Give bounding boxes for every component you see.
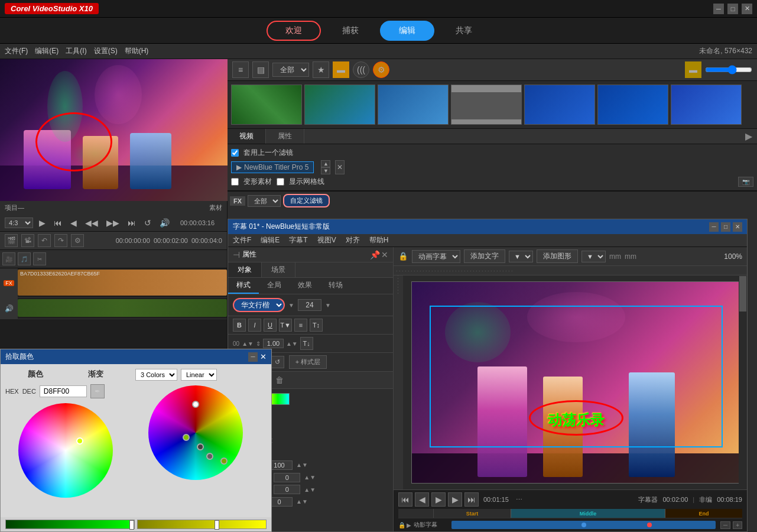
filter-delete-btn[interactable]: ✕ xyxy=(335,160,345,174)
tab-properties[interactable]: 属性 xyxy=(266,129,304,144)
snapshot-btn[interactable]: 📷 xyxy=(738,177,753,187)
titler-prop-unpin[interactable]: ⊣ xyxy=(233,250,240,259)
nav-tab-edit[interactable]: 编辑 xyxy=(380,21,434,41)
scroll-thumb[interactable] xyxy=(739,276,746,312)
tl-play-btn[interactable]: ▶ xyxy=(431,492,446,507)
menu-help[interactable]: 帮助(H) xyxy=(125,46,149,56)
newblue-filter-item[interactable]: ▶ NewBlue Titler Pro 5 xyxy=(231,161,314,173)
scene-icon[interactable]: 🎬 xyxy=(5,234,18,247)
effect-filter-btn[interactable]: ⚙ xyxy=(373,61,389,78)
titler-close[interactable]: ✕ xyxy=(733,222,742,232)
media-thumb-7[interactable] xyxy=(671,85,742,125)
prev-button[interactable]: ◀◀ xyxy=(83,217,100,229)
grad-wheel[interactable] xyxy=(148,385,243,480)
undo-btn[interactable]: ↶ xyxy=(38,234,51,247)
hex-input[interactable] xyxy=(40,385,87,397)
align-left-btn[interactable]: ≡ xyxy=(294,319,307,332)
maximize-button[interactable]: □ xyxy=(727,4,738,14)
titler-menu-edit[interactable]: 编辑E xyxy=(261,235,280,245)
media-thumb-6[interactable] xyxy=(597,85,668,125)
media-btn-1[interactable]: ≡ xyxy=(232,61,249,78)
volume-button[interactable]: 🔊 xyxy=(157,217,172,229)
underline-btn[interactable]: U xyxy=(264,319,277,332)
eyedropper-btn[interactable]: ✒ xyxy=(90,384,105,398)
play-button[interactable]: ▶ xyxy=(37,217,48,229)
titler-menu-help[interactable]: 帮助H xyxy=(369,235,389,245)
redo-btn[interactable]: ↷ xyxy=(54,234,67,247)
offset-x-input[interactable] xyxy=(274,473,300,482)
minimize-button[interactable]: ─ xyxy=(713,4,724,14)
tl-add-layer[interactable]: ─ xyxy=(720,521,730,529)
filter-select[interactable]: 全部 xyxy=(272,63,309,77)
italic-btn[interactable]: I xyxy=(248,319,261,332)
audio-filter-btn[interactable]: ((( xyxy=(353,61,369,78)
titler-prop-close[interactable]: ✕ xyxy=(381,250,388,259)
titler-canvas[interactable]: · · · · · · · · · · · xyxy=(394,275,747,489)
media-thumb-2[interactable] xyxy=(304,85,375,125)
animation-select[interactable]: 动画字幕 xyxy=(412,250,460,263)
style-tab-global[interactable]: 全局 xyxy=(259,278,290,294)
nav-tab-capture[interactable]: 捕获 xyxy=(323,21,378,41)
text-orient-btn[interactable]: T↓ xyxy=(300,337,313,350)
font-size-input[interactable] xyxy=(298,299,321,311)
star-btn[interactable]: ★ xyxy=(313,61,329,78)
style-tab-effects[interactable]: 效果 xyxy=(290,278,320,294)
align-T-btn[interactable]: T↕ xyxy=(310,319,323,332)
fx-dropdown[interactable]: 全部 xyxy=(248,195,281,207)
titler-menu-align[interactable]: 对齐 xyxy=(346,235,360,245)
cp-close-btn[interactable]: ✕ xyxy=(260,352,267,362)
loop-button[interactable]: ↺ xyxy=(142,217,154,229)
titler-menu-view[interactable]: 视图V xyxy=(317,235,336,245)
media-btn-2[interactable]: ▤ xyxy=(252,61,269,78)
colors-select[interactable]: 3 Colors xyxy=(135,369,177,381)
reset-btn[interactable]: ↺ xyxy=(271,356,284,368)
strip-handle-green[interactable] xyxy=(129,520,134,530)
prev-frame-button[interactable]: ◀ xyxy=(68,217,79,229)
menu-file[interactable]: 文件(F) xyxy=(5,46,28,56)
tl-prev-frame-btn[interactable]: ◀ xyxy=(415,492,429,507)
grid-checkbox[interactable] xyxy=(277,178,284,186)
tab-video[interactable]: 视频 xyxy=(228,129,266,144)
size-slider[interactable] xyxy=(705,65,752,74)
view-list-btn[interactable]: ▬ xyxy=(685,61,701,78)
filter-down-btn[interactable]: ▼ xyxy=(321,167,330,174)
titler-minimize[interactable]: ─ xyxy=(709,222,719,232)
nav-tab-share[interactable]: 共享 xyxy=(437,21,491,41)
video-filter-btn[interactable]: ▬ xyxy=(333,61,349,78)
audio-icon[interactable]: 🎵 xyxy=(18,252,31,265)
linear-select[interactable]: Linear xyxy=(181,369,217,381)
font-select[interactable]: 华文行楷 xyxy=(233,298,285,312)
add-shape-btn[interactable]: 添加图形 xyxy=(537,249,578,263)
close-button[interactable]: ✕ xyxy=(742,4,752,14)
cut-icon[interactable]: ✂ xyxy=(33,252,46,265)
transform-checkbox[interactable] xyxy=(231,178,239,186)
tl-remove-layer[interactable]: + xyxy=(733,521,742,529)
cp-minimize[interactable]: ─ xyxy=(248,352,258,362)
video-track-btn[interactable]: 📽 xyxy=(21,234,34,247)
font-type-btn[interactable]: T▼ xyxy=(279,319,292,332)
color-wheel[interactable] xyxy=(18,403,113,498)
unit-select-text[interactable]: ▼ xyxy=(509,251,533,262)
attr-tab-object[interactable]: 对象 xyxy=(228,262,262,277)
titler-menu-file[interactable]: 文件F xyxy=(233,235,251,245)
media-thumb-1[interactable] xyxy=(231,85,302,125)
color-strip-yellow[interactable] xyxy=(137,520,267,529)
panel-expand-btn[interactable]: ▶ xyxy=(740,129,757,144)
color-strip-green[interactable] xyxy=(5,520,135,529)
titler-prop-pin[interactable]: 📌 xyxy=(370,250,380,259)
add-style-btn[interactable]: + 样式层 xyxy=(289,355,327,369)
line-spacing-input[interactable] xyxy=(263,339,284,348)
tl-prev-btn[interactable]: ⏮ xyxy=(398,492,412,507)
tl-track-visible[interactable]: ▶ xyxy=(407,522,411,528)
offset-y-input[interactable] xyxy=(274,485,300,494)
style-tab-style[interactable]: 样式 xyxy=(228,278,259,294)
filter-up-btn[interactable]: ▲ xyxy=(321,160,330,167)
menu-settings[interactable]: 设置(S) xyxy=(94,46,118,56)
strip-handle-yellow[interactable] xyxy=(215,520,219,530)
next-button[interactable]: ▶▶ xyxy=(104,217,122,229)
video-icon[interactable]: 🎥 xyxy=(2,252,15,265)
tl-next-btn[interactable]: ⏭ xyxy=(464,492,479,507)
attr-tab-scene[interactable]: 场景 xyxy=(262,262,295,277)
unit-select-shape[interactable]: ▼ xyxy=(581,251,606,262)
style-tab-transition[interactable]: 转场 xyxy=(320,278,351,294)
